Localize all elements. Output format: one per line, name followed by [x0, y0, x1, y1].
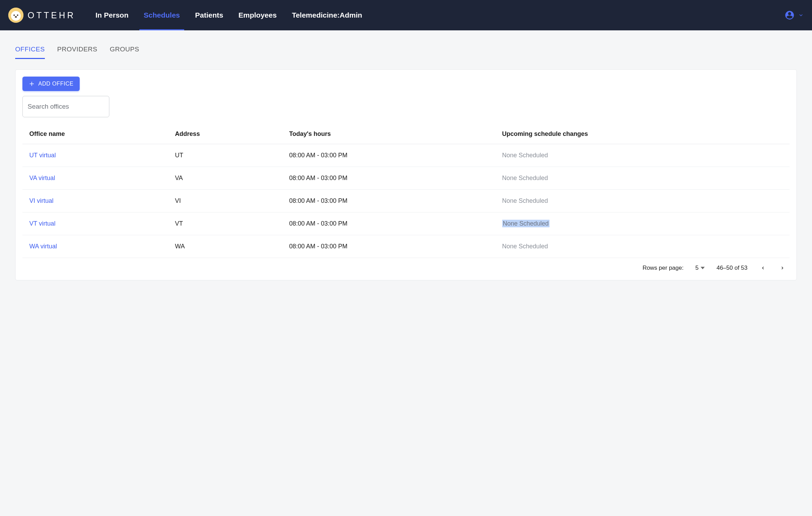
- nav-item-in-person[interactable]: In Person: [88, 0, 136, 30]
- office-name-link[interactable]: WA virtual: [22, 235, 168, 258]
- office-hours: 08:00 AM - 03:00 PM: [282, 212, 495, 235]
- dropdown-arrow-icon: [701, 266, 705, 270]
- main-nav: In PersonSchedulesPatientsEmployeesTelem…: [88, 0, 370, 30]
- column-header: Today's hours: [282, 124, 495, 144]
- office-upcoming: None Scheduled: [495, 235, 790, 258]
- office-upcoming: None Scheduled: [495, 167, 790, 190]
- column-header: Office name: [22, 124, 168, 144]
- offices-table: Office nameAddressToday's hoursUpcoming …: [22, 124, 790, 258]
- column-header: Address: [168, 124, 282, 144]
- table-row: VI virtualVI08:00 AM - 03:00 PMNone Sche…: [22, 190, 790, 212]
- pagination-range: 46–50 of 53: [716, 265, 747, 271]
- topbar: OTTEHR In PersonSchedulesPatientsEmploye…: [0, 0, 812, 30]
- office-address: VA: [168, 167, 282, 190]
- brand-name: OTTEHR: [28, 10, 76, 20]
- office-address: VI: [168, 190, 282, 212]
- tab-offices[interactable]: OFFICES: [15, 46, 45, 59]
- avatar-icon: [784, 10, 795, 20]
- logo[interactable]: OTTEHR: [8, 8, 76, 23]
- schedule-tabs: OFFICESPROVIDERSGROUPS: [15, 46, 797, 59]
- next-page-button[interactable]: [779, 264, 786, 272]
- page-content: OFFICESPROVIDERSGROUPS ADD OFFICE Office…: [0, 30, 812, 296]
- office-hours: 08:00 AM - 03:00 PM: [282, 190, 495, 212]
- search-offices[interactable]: [22, 96, 109, 117]
- svg-point-4: [15, 16, 17, 18]
- office-upcoming: None Scheduled: [495, 212, 790, 235]
- logo-icon: [8, 8, 23, 23]
- office-hours: 08:00 AM - 03:00 PM: [282, 235, 495, 258]
- office-address: WA: [168, 235, 282, 258]
- office-upcoming: None Scheduled: [495, 190, 790, 212]
- rows-per-page-value: 5: [695, 265, 699, 271]
- office-name-link[interactable]: VT virtual: [22, 212, 168, 235]
- table-row: WA virtualWA08:00 AM - 03:00 PMNone Sche…: [22, 235, 790, 258]
- tab-groups[interactable]: GROUPS: [110, 46, 139, 59]
- pagination: Rows per page: 5 46–50 of 53: [22, 258, 790, 273]
- chevron-left-icon: [761, 266, 765, 270]
- office-upcoming: None Scheduled: [495, 144, 790, 167]
- office-address: UT: [168, 144, 282, 167]
- rows-per-page-label: Rows per page:: [643, 265, 684, 271]
- office-name-link[interactable]: VI virtual: [22, 190, 168, 212]
- plus-icon: [29, 81, 35, 87]
- rows-per-page-select[interactable]: 5: [695, 265, 705, 271]
- chevron-down-icon: [798, 12, 804, 18]
- prev-page-button[interactable]: [759, 264, 767, 272]
- chevron-right-icon: [780, 266, 785, 270]
- table-row: UT virtualUT08:00 AM - 03:00 PMNone Sche…: [22, 144, 790, 167]
- table-row: VA virtualVA08:00 AM - 03:00 PMNone Sche…: [22, 167, 790, 190]
- office-hours: 08:00 AM - 03:00 PM: [282, 167, 495, 190]
- add-office-button[interactable]: ADD OFFICE: [22, 77, 80, 91]
- office-name-link[interactable]: UT virtual: [22, 144, 168, 167]
- add-office-label: ADD OFFICE: [38, 81, 73, 87]
- nav-item-telemedicine-admin[interactable]: Telemedicine:Admin: [284, 0, 370, 30]
- office-hours: 08:00 AM - 03:00 PM: [282, 144, 495, 167]
- search-input[interactable]: [28, 103, 109, 110]
- nav-item-patients[interactable]: Patients: [188, 0, 231, 30]
- topbar-left: OTTEHR In PersonSchedulesPatientsEmploye…: [8, 0, 370, 30]
- office-address: VT: [168, 212, 282, 235]
- tab-providers[interactable]: PROVIDERS: [57, 46, 97, 59]
- office-name-link[interactable]: VA virtual: [22, 167, 168, 190]
- svg-point-1: [11, 11, 21, 21]
- offices-card: ADD OFFICE Office nameAddressToday's hou…: [15, 69, 797, 280]
- column-header: Upcoming schedule changes: [495, 124, 790, 144]
- nav-item-schedules[interactable]: Schedules: [136, 0, 187, 30]
- svg-point-3: [17, 14, 18, 16]
- table-row: VT virtualVT08:00 AM - 03:00 PMNone Sche…: [22, 212, 790, 235]
- svg-point-2: [13, 14, 15, 16]
- user-menu[interactable]: [784, 10, 804, 20]
- nav-item-employees[interactable]: Employees: [231, 0, 284, 30]
